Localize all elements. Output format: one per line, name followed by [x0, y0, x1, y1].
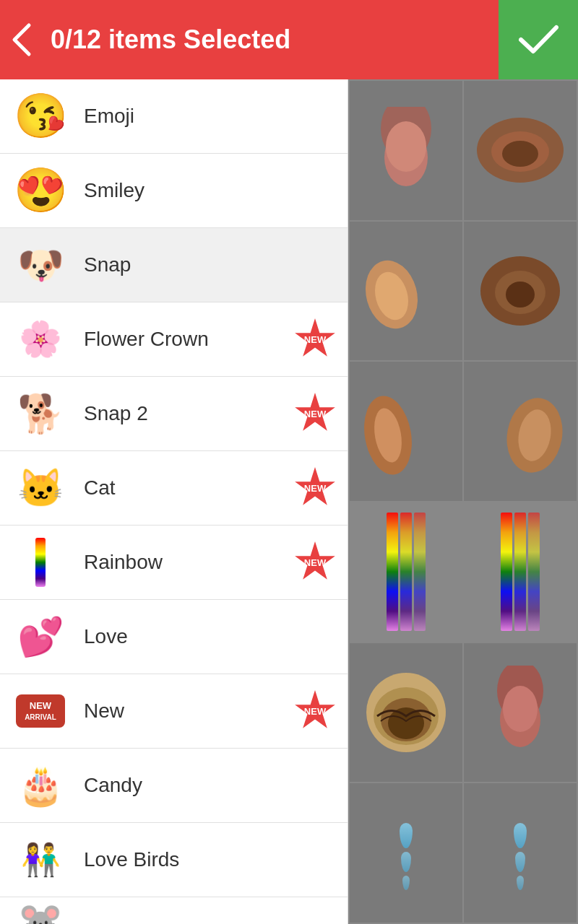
- preview-cell-2: [464, 81, 577, 220]
- preview-cell-10: [464, 643, 577, 783]
- item-label-rainbow: Rainbow: [84, 551, 294, 574]
- list-item-flower-crown[interactable]: 🌸 Flower Crown NEW: [0, 302, 348, 377]
- preview-cell-9: [350, 643, 462, 783]
- item-label-flower-crown: Flower Crown: [84, 328, 294, 351]
- new-arrival-icon: NEW ARRIVAL: [12, 682, 69, 740]
- candy-icon: 🎂: [12, 757, 69, 814]
- cat-icon: 🐱: [12, 459, 69, 517]
- item-label-new: New: [84, 699, 294, 723]
- item-label-snap2: Snap 2: [84, 402, 294, 425]
- header: 0/12 items Selected: [0, 0, 578, 79]
- preview-cell-5: [350, 362, 462, 501]
- list-item-candy[interactable]: 🎂 Candy: [0, 749, 348, 823]
- item-label-love: Love: [84, 625, 336, 648]
- preview-panel: [348, 79, 578, 924]
- love-icon: 💕: [12, 608, 69, 666]
- list-item-emoji[interactable]: 😘 Emoji: [0, 79, 348, 154]
- new-badge-new: NEW: [294, 690, 336, 732]
- list-item-last[interactable]: 🐭: [0, 897, 348, 924]
- main-content: 😘 Emoji 😍 Smiley 🐶 Snap 🌸 Flower Crown N…: [0, 79, 578, 924]
- item-label-candy: Candy: [84, 774, 336, 797]
- list-item-love-birds[interactable]: 👫 Love Birds: [0, 823, 348, 897]
- item-label-love-birds: Love Birds: [84, 848, 336, 871]
- list-item-smiley[interactable]: 😍 Smiley: [0, 154, 348, 228]
- svg-point-5: [502, 141, 538, 167]
- header-title: 0/12 items Selected: [43, 25, 499, 55]
- item-label-emoji: Emoji: [84, 105, 336, 128]
- svg-point-2: [386, 121, 426, 172]
- preview-cell-11: [350, 783, 462, 923]
- emoji-icon: 😘: [12, 87, 69, 145]
- svg-point-10: [506, 282, 535, 308]
- item-label-snap: Snap: [84, 253, 336, 276]
- flower-crown-icon: 🌸: [12, 310, 69, 368]
- item-label-smiley: Smiley: [84, 179, 336, 202]
- back-button[interactable]: [0, 0, 43, 79]
- preview-cell-4: [464, 222, 577, 361]
- preview-cell-8: [464, 502, 577, 642]
- item-label-cat: Cat: [84, 476, 294, 500]
- snap2-icon: 🐕: [12, 385, 69, 443]
- filter-list: 😘 Emoji 😍 Smiley 🐶 Snap 🌸 Flower Crown N…: [0, 79, 348, 924]
- svg-point-21: [503, 686, 538, 732]
- list-item-cat[interactable]: 🐱 Cat NEW: [0, 451, 348, 526]
- preview-cell-3: [350, 222, 462, 361]
- smiley-icon: 😍: [12, 162, 69, 219]
- preview-cell-12: [464, 783, 577, 923]
- last-icon: 🐭: [12, 890, 69, 925]
- preview-cell-1: [350, 81, 462, 220]
- list-item-new[interactable]: NEW ARRIVAL New NEW: [0, 674, 348, 749]
- snap-icon: 🐶: [12, 236, 69, 294]
- list-item-rainbow[interactable]: Rainbow NEW: [0, 526, 348, 600]
- new-badge-flower-crown: NEW: [294, 318, 336, 360]
- list-item-love[interactable]: 💕 Love: [0, 600, 348, 674]
- love-birds-icon: 👫: [12, 831, 69, 889]
- confirm-button[interactable]: [499, 0, 578, 79]
- list-item-snap2[interactable]: 🐕 Snap 2 NEW: [0, 377, 348, 451]
- new-badge-snap2: NEW: [294, 393, 336, 435]
- new-badge-rainbow: NEW: [294, 541, 336, 583]
- list-item-snap[interactable]: 🐶 Snap: [0, 228, 348, 302]
- svg-point-18: [388, 707, 424, 739]
- rainbow-icon: [12, 533, 69, 591]
- preview-cell-6: [464, 362, 577, 501]
- preview-cell-7: [350, 502, 462, 642]
- new-badge-cat: NEW: [294, 467, 336, 509]
